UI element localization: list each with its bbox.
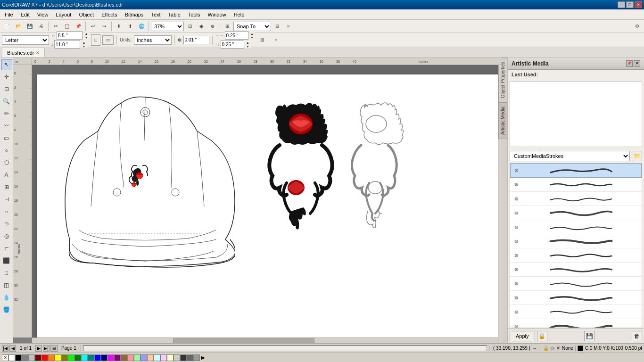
cut-button[interactable]: ✂ — [50, 21, 61, 32]
open-button[interactable]: 📂 — [13, 21, 24, 32]
palette-swatch-teal[interactable] — [88, 354, 94, 361]
palette-scroll-right[interactable]: ▶ — [200, 354, 206, 361]
height-down[interactable]: ▼ — [81, 44, 87, 48]
next-page-button[interactable]: ▶ — [35, 345, 42, 352]
menu-window[interactable]: Window — [204, 11, 230, 18]
palette-swatch-lightgreen[interactable] — [134, 354, 140, 361]
palette-swatch-lightyellow[interactable] — [167, 354, 173, 361]
tool-crop[interactable]: ⊡ — [1, 83, 12, 95]
tool-dimension[interactable]: ⊣ — [1, 194, 12, 205]
artistic-media-tab[interactable]: Artistic Media — [498, 102, 507, 139]
apply-button[interactable]: Apply — [510, 331, 535, 341]
copy-button[interactable]: 📋 — [62, 21, 72, 32]
brush-item-11[interactable]: ⊠ — [510, 305, 642, 319]
canvas-scroll[interactable] — [32, 65, 502, 337]
no-fill-swatch[interactable]: ✕ — [2, 354, 8, 361]
doc-tab-blushes[interactable]: Blushes.cdr ✕ — [2, 48, 45, 57]
x-down[interactable]: ▼ — [249, 35, 255, 39]
palette-swatch-yellow[interactable] — [55, 354, 61, 361]
page-label[interactable]: Page 1 — [59, 345, 79, 351]
menu-file[interactable]: File — [1, 11, 17, 18]
menu-edit[interactable]: Edit — [17, 11, 33, 18]
brush-item-3[interactable]: ⊠ — [510, 192, 642, 206]
last-page-button[interactable]: ▶| — [43, 345, 50, 352]
view-mode1[interactable]: ◉ — [196, 21, 206, 32]
panel-pin-button[interactable]: 📌 — [626, 60, 633, 67]
publish-button[interactable]: 🌐 — [136, 21, 147, 32]
panel-close-button[interactable]: ✕ — [634, 60, 640, 67]
width-up[interactable]: ▲ — [83, 32, 89, 35]
brush-item-12[interactable]: ⊠ — [510, 319, 642, 328]
paste-button[interactable]: 📌 — [73, 21, 83, 32]
palette-swatch-green[interactable] — [74, 354, 81, 361]
options-btn[interactable]: ⚙ — [632, 21, 642, 32]
tool-contour[interactable]: ◎ — [1, 230, 12, 242]
tool-select2[interactable]: ✛ — [1, 71, 12, 82]
save-stroke-button[interactable]: 💾 — [584, 331, 594, 341]
redo-button[interactable]: ↪ — [99, 21, 109, 32]
brush-item-8[interactable]: ⊠ — [510, 263, 642, 277]
y-up[interactable]: ▲ — [245, 41, 251, 44]
align-btn[interactable]: ⊟ — [272, 21, 282, 32]
palette-swatch-black[interactable] — [15, 354, 22, 361]
palette-swatch-gray1[interactable] — [22, 354, 28, 361]
tool-extrude[interactable]: ⬛ — [1, 255, 12, 266]
new-button[interactable]: 📄 — [2, 21, 12, 32]
brush-item-5[interactable]: ⊠ — [510, 220, 642, 234]
tool-transparency[interactable]: ◫ — [1, 280, 12, 291]
portrait-btn[interactable]: □ — [91, 34, 100, 46]
page-mirror-btn[interactable]: ○ — [271, 35, 281, 45]
maximize-button[interactable]: □ — [626, 1, 634, 8]
import-button[interactable]: ⬇ — [114, 21, 124, 32]
palette-swatch-olive[interactable] — [61, 354, 68, 361]
add-page-button[interactable]: ⊞ — [50, 345, 58, 352]
width-input[interactable] — [57, 31, 83, 40]
y-nudge-input[interactable] — [221, 40, 244, 49]
first-page-button[interactable]: |◀ — [2, 345, 8, 352]
view-mode2[interactable]: ⊕ — [207, 21, 218, 32]
scrollbar-horizontal[interactable] — [32, 337, 502, 343]
palette-swatch-orange[interactable] — [48, 354, 55, 361]
export-button[interactable]: ⬆ — [125, 21, 135, 32]
zoom-dropdown[interactable]: 37% 25% 50% 75% 100% — [151, 22, 184, 31]
palette-swatch-red[interactable] — [41, 354, 48, 361]
palette-swatch-lightgray[interactable] — [173, 354, 180, 361]
palette-swatch-cyan[interactable] — [81, 354, 88, 361]
menu-object[interactable]: Object — [75, 11, 98, 18]
brush-item-6[interactable]: ⊠ — [510, 234, 642, 248]
delete-stroke-button[interactable]: 🗑 — [632, 331, 642, 341]
save-button[interactable]: 💾 — [25, 21, 35, 32]
tool-rect[interactable]: ▭ — [1, 132, 12, 144]
scroll-tabs[interactable] — [83, 346, 487, 351]
palette-swatch-medgray[interactable] — [193, 354, 200, 361]
palette-swatch-purple[interactable] — [114, 354, 121, 361]
brush-item-9[interactable]: ⊠ — [510, 277, 642, 291]
tool-freehand[interactable]: ✏ — [1, 108, 12, 119]
menu-text[interactable]: Text — [147, 11, 164, 18]
palette-swatch-pink[interactable] — [127, 354, 134, 361]
palette-swatch-white[interactable] — [8, 354, 15, 361]
snap-to-dropdown[interactable]: Snap To — [233, 22, 271, 31]
snap-options[interactable]: ⊞ — [222, 21, 232, 32]
brush-item-7[interactable]: ⊠ — [510, 248, 642, 263]
tool-select[interactable]: ↖ — [1, 59, 12, 70]
nudge-input[interactable] — [183, 36, 209, 44]
menu-layout[interactable]: Layout — [52, 11, 75, 18]
menu-table[interactable]: Table — [165, 11, 184, 18]
tool-envelope[interactable]: ⊏ — [1, 243, 12, 254]
tool-fill[interactable]: 🪣 — [1, 304, 12, 315]
scrollbar-horizontal-thumb[interactable] — [173, 338, 314, 343]
print-button[interactable]: 🖨 — [36, 21, 46, 32]
minimize-button[interactable]: ─ — [618, 1, 625, 8]
menu-tools[interactable]: Tools — [184, 11, 204, 18]
brush-item-4[interactable]: ⊠ — [510, 206, 642, 220]
menu-effects[interactable]: Effects — [98, 11, 121, 18]
x-up[interactable]: ▲ — [249, 32, 255, 35]
height-input[interactable] — [54, 40, 80, 49]
tool-eyedropper[interactable]: 💧 — [1, 292, 12, 303]
tool-table[interactable]: ⊞ — [1, 181, 12, 193]
tool-zoom[interactable]: 🔍 — [1, 96, 12, 107]
tool-polygon[interactable]: ⬡ — [1, 157, 12, 168]
width-down[interactable]: ▼ — [83, 35, 89, 39]
lock-stroke-button[interactable]: 🔒 — [537, 331, 547, 341]
